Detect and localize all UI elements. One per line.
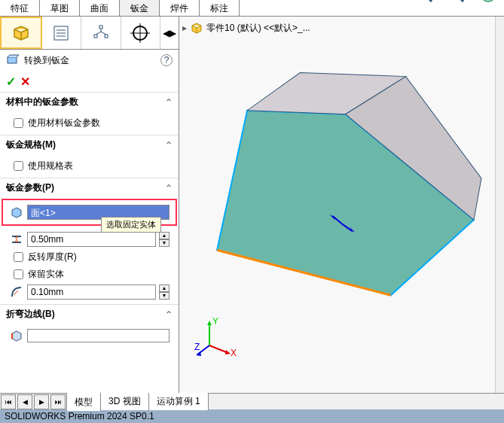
zoom-fit-icon[interactable]: [415, 0, 435, 5]
scene-3d[interactable]: [194, 47, 496, 348]
bend-radius-field[interactable]: [27, 285, 156, 300]
cancel-button[interactable]: ✕: [20, 75, 30, 89]
tab-nav: ⏮ ◀ ▶ ⏭: [0, 394, 67, 410]
dimxpert-tab[interactable]: [121, 17, 161, 49]
bend-radius-spinner[interactable]: ▲▼: [159, 285, 170, 300]
view-orient-icon[interactable]: [478, 0, 498, 5]
section-gauge-header[interactable]: 钣金规格(M) ⌃: [0, 135, 179, 154]
section-material-header[interactable]: 材料中的钣金参数 ⌃: [0, 92, 179, 111]
config-mgr-tab[interactable]: [81, 17, 121, 49]
bottom-tabs: ⏮ ◀ ▶ ⏭ 模型 3D 视图 运动算例 1: [0, 393, 504, 409]
keep-checkbox[interactable]: [14, 269, 23, 279]
feature-tree-tab[interactable]: [0, 17, 42, 49]
section-params-header[interactable]: 钣金参数(P) ⌃: [0, 178, 179, 197]
section-material-body: 使用材料钣金参数: [0, 111, 179, 135]
ok-cancel-bar: ✓ ✕: [0, 71, 179, 92]
config-icon: [91, 23, 111, 43]
svg-line-17: [101, 32, 106, 35]
svg-rect-13: [94, 35, 97, 38]
svg-line-1: [427, 0, 432, 2]
caret-icon: ⌃: [165, 309, 173, 320]
section-gauge-body: 使用规格表: [0, 154, 179, 178]
viewport[interactable]: ▸ 零件10 (默认) <<默认>_... Y X: [179, 17, 504, 393]
face-icon: [9, 205, 24, 220]
panel-tabs: ◀▶: [0, 17, 179, 50]
bend-radius-icon: [9, 285, 24, 300]
svg-line-3: [459, 0, 463, 2]
section-bendedges-title: 折弯边线(B): [6, 308, 55, 321]
reverse-label: 反转厚度(R): [28, 251, 77, 263]
use-material-checkbox[interactable]: [14, 118, 23, 128]
convert-sheetmetal-icon: [6, 53, 20, 68]
nav-last[interactable]: ⏭: [50, 394, 66, 409]
thickness-icon: [9, 232, 24, 247]
view-tools: [409, 0, 504, 6]
section-params-body: 面<1> 选取固定实体: [2, 199, 177, 226]
tabs-overflow[interactable]: ◀▶: [160, 17, 179, 49]
part-icon: [190, 21, 203, 35]
section-params-title: 钣金参数(P): [6, 181, 54, 194]
thickness-row: ▲▼: [9, 230, 170, 248]
svg-rect-21: [8, 57, 17, 63]
section-material-title: 材料中的钣金参数: [6, 96, 78, 108]
feature-header: 转换到钣金 ?: [0, 50, 179, 71]
nav-next[interactable]: ▶: [34, 394, 49, 409]
reverse-checkbox-row[interactable]: 反转厚度(R): [9, 248, 170, 266]
ribbon-tab-feature[interactable]: 特征: [0, 0, 40, 16]
triad-x: X: [231, 348, 237, 358]
section-params-body2: ▲▼ 反转厚度(R) 保留实体 ▲▼: [0, 227, 179, 304]
svg-rect-12: [99, 26, 102, 29]
caret-icon: ⌃: [165, 183, 173, 193]
bottom-tab-motion[interactable]: 运动算例 1: [149, 393, 209, 410]
svg-rect-14: [105, 35, 108, 38]
breadcrumb-arrow-icon[interactable]: ▸: [182, 23, 187, 33]
triad-y: Y: [212, 316, 218, 327]
svg-line-34: [209, 345, 228, 353]
list-icon: [51, 23, 71, 43]
feature-title: 转换到钣金: [24, 54, 69, 67]
cube-icon: [11, 23, 31, 43]
status-bar: SOLIDWORKS Premium 2024 SP0.1: [0, 409, 504, 423]
fixed-face-tooltip: 选取固定实体: [101, 217, 161, 233]
property-panel: ◀▶ 转换到钣金 ? ✓ ✕ 材料中的钣金参数 ⌃ 使用材料钣金参数 钣金规格(…: [0, 17, 179, 393]
svg-line-16: [96, 32, 101, 35]
section-gauge-title: 钣金规格(M): [6, 138, 56, 151]
caret-icon: ⌃: [165, 140, 173, 151]
ribbon-tab-surface[interactable]: 曲面: [80, 0, 120, 16]
reverse-checkbox[interactable]: [14, 252, 23, 262]
section-bendedges-header[interactable]: 折弯边线(B) ⌃: [0, 304, 179, 324]
ribbon-tab-annotate[interactable]: 标注: [200, 0, 240, 16]
target-icon: [130, 23, 150, 43]
bend-radius-row: ▲▼: [9, 283, 170, 301]
triad-z: Z: [194, 342, 200, 352]
keep-checkbox-row[interactable]: 保留实体: [9, 266, 170, 283]
scrollbar[interactable]: [495, 17, 504, 393]
triad[interactable]: Y X Z: [194, 315, 240, 363]
ribbon-tab-sketch[interactable]: 草图: [40, 0, 80, 16]
bend-edges-row: [9, 327, 170, 345]
use-gauge-checkbox-row[interactable]: 使用规格表: [9, 157, 170, 175]
bottom-tab-model[interactable]: 模型: [67, 392, 101, 411]
help-icon[interactable]: ?: [160, 54, 173, 66]
ribbon-tab-weldment[interactable]: 焊件: [160, 0, 200, 16]
use-gauge-label: 使用规格表: [28, 160, 73, 172]
breadcrumb: ▸ 零件10 (默认) <<默认>_...: [182, 21, 310, 35]
bottom-tab-3dview[interactable]: 3D 视图: [101, 393, 149, 410]
edge-icon: [9, 328, 24, 343]
thickness-spinner[interactable]: ▲▼: [159, 232, 170, 247]
use-material-checkbox-row[interactable]: 使用材料钣金参数: [9, 114, 170, 132]
use-gauge-checkbox[interactable]: [14, 161, 23, 171]
caret-icon: ⌃: [165, 97, 173, 108]
zoom-area-icon[interactable]: [447, 0, 466, 5]
part-name[interactable]: 零件10 (默认) <<默认>_...: [206, 22, 310, 35]
ok-button[interactable]: ✓: [6, 75, 16, 89]
section-bendedges-body: [0, 324, 179, 348]
thickness-field[interactable]: [27, 232, 156, 247]
property-mgr-tab[interactable]: [42, 17, 82, 49]
keep-label: 保留实体: [28, 268, 64, 281]
nav-first[interactable]: ⏮: [1, 394, 16, 409]
bend-edges-field[interactable]: [27, 329, 170, 342]
ribbon-tab-sheetmetal[interactable]: 钣金: [120, 0, 160, 16]
use-material-label: 使用材料钣金参数: [28, 117, 100, 129]
nav-prev[interactable]: ◀: [17, 394, 32, 409]
